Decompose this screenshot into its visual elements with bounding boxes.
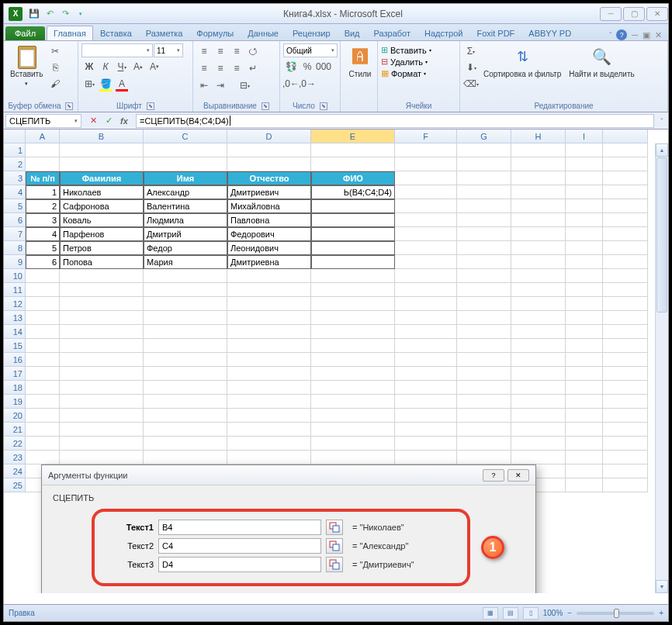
cell[interactable] [26, 367, 60, 381]
file-tab[interactable]: Файл [5, 26, 45, 40]
doc-close-icon[interactable]: ✕ [655, 30, 662, 40]
cell[interactable] [311, 143, 395, 157]
cell[interactable] [603, 409, 648, 423]
cell[interactable] [457, 269, 511, 283]
cell[interactable] [227, 297, 311, 311]
row-header[interactable]: 23 [4, 451, 26, 464]
cell[interactable] [395, 255, 457, 269]
cell[interactable] [603, 255, 648, 269]
merge-icon[interactable]: ⊟▾ [229, 78, 260, 93]
shrink-font-icon[interactable]: A▾ [147, 59, 162, 74]
cell[interactable]: Петров [60, 241, 144, 255]
cell[interactable] [395, 269, 457, 283]
cell[interactable] [603, 213, 648, 227]
cell[interactable] [60, 353, 144, 367]
worksheet[interactable]: A B C D E F G H I 1 2 3 № п/п Фамилия Им… [4, 129, 668, 593]
cell[interactable] [227, 409, 311, 423]
cells-delete-button[interactable]: ⊟Удалить▾ [381, 57, 428, 67]
cell[interactable] [227, 395, 311, 409]
cells-insert-button[interactable]: ⊞Вставить▾ [381, 45, 431, 55]
cell[interactable] [60, 283, 144, 297]
cell[interactable] [60, 381, 144, 395]
cell[interactable] [311, 269, 395, 283]
cell[interactable]: Дмитриевич [227, 185, 311, 199]
tab-insert[interactable]: Вставка [93, 26, 139, 40]
cell[interactable] [457, 339, 511, 353]
ribbon-minimize-icon[interactable]: ˇ [609, 31, 611, 39]
cell[interactable] [144, 381, 227, 395]
wrap-text-icon[interactable]: ↵ [245, 60, 261, 76]
cell[interactable] [395, 423, 457, 437]
cell[interactable] [311, 311, 395, 325]
tab-review[interactable]: Рецензир [286, 26, 338, 40]
cell[interactable] [395, 171, 457, 185]
formula-cancel-icon[interactable]: ✕ [86, 115, 100, 127]
cell[interactable] [227, 325, 311, 339]
cell[interactable]: Людмила [144, 213, 227, 227]
cell[interactable] [566, 199, 603, 213]
cell[interactable] [457, 157, 511, 171]
cell[interactable] [26, 269, 60, 283]
arg-input-text3[interactable] [158, 557, 321, 572]
align-right-icon[interactable]: ≡ [229, 60, 244, 76]
cell[interactable] [603, 241, 648, 255]
cell[interactable] [311, 227, 395, 241]
copy-icon[interactable]: ⎘ [47, 60, 63, 75]
col-header[interactable] [603, 129, 648, 143]
cell[interactable] [511, 367, 566, 381]
font-color-icon[interactable]: A [114, 76, 130, 92]
cell[interactable] [395, 241, 457, 255]
cell[interactable] [566, 325, 603, 339]
scroll-up-arrow-icon[interactable]: ▲ [656, 143, 668, 157]
view-normal-icon[interactable]: ▦ [483, 607, 498, 620]
increase-indent-icon[interactable]: ⇥ [213, 78, 228, 93]
view-pagebreak-icon[interactable]: ▯ [523, 607, 539, 620]
cell[interactable] [603, 464, 648, 478]
cell[interactable] [457, 241, 511, 255]
cell[interactable] [60, 367, 144, 381]
name-box[interactable]: СЦЕПИТЬ ▾ [5, 114, 81, 128]
cell[interactable] [227, 311, 311, 325]
cell[interactable] [60, 437, 144, 451]
cells-format-button[interactable]: ▦Формат▾ [381, 68, 426, 78]
cell[interactable] [566, 213, 603, 227]
cell[interactable] [511, 269, 566, 283]
cell[interactable] [26, 353, 60, 367]
cell[interactable] [395, 381, 457, 395]
cell[interactable] [311, 241, 395, 255]
cell[interactable] [566, 297, 603, 311]
tab-view[interactable]: Вид [338, 26, 367, 40]
row-header[interactable]: 5 [4, 199, 26, 213]
cell[interactable] [395, 339, 457, 353]
arg-input-text2[interactable] [158, 538, 321, 554]
tab-developer[interactable]: Разработ [367, 26, 417, 40]
cell[interactable] [457, 367, 511, 381]
cell[interactable] [311, 199, 395, 213]
row-header[interactable]: 18 [4, 381, 26, 395]
cell[interactable] [227, 283, 311, 297]
clear-icon[interactable]: ⌫▾ [463, 76, 479, 92]
cell[interactable] [311, 409, 395, 423]
cell[interactable] [566, 143, 603, 157]
cell[interactable] [511, 325, 566, 339]
cell[interactable] [511, 255, 566, 269]
styles-button[interactable]: 🅰 Стили [344, 43, 376, 80]
cell[interactable] [603, 199, 648, 213]
cell[interactable] [60, 451, 144, 464]
cell[interactable]: Дмитриевна [227, 255, 311, 269]
number-format-combo[interactable]: Общий▾ [283, 43, 338, 57]
cell[interactable]: Николаев [60, 185, 144, 199]
row-header[interactable]: 20 [4, 409, 26, 423]
tab-layout[interactable]: Разметка [139, 26, 190, 40]
autosum-icon[interactable]: Σ▾ [463, 43, 479, 59]
cell[interactable] [311, 367, 395, 381]
cell[interactable] [511, 157, 566, 171]
cell[interactable] [566, 185, 603, 199]
cell[interactable] [26, 395, 60, 409]
row-header[interactable]: 7 [4, 227, 26, 241]
cell[interactable] [26, 451, 60, 464]
cell[interactable]: Сафронова [60, 199, 144, 213]
formula-expand-icon[interactable]: ˇ [656, 117, 668, 125]
paste-button[interactable]: Вставить▾ [7, 43, 46, 88]
alignment-launcher[interactable]: ⬊ [262, 102, 269, 110]
